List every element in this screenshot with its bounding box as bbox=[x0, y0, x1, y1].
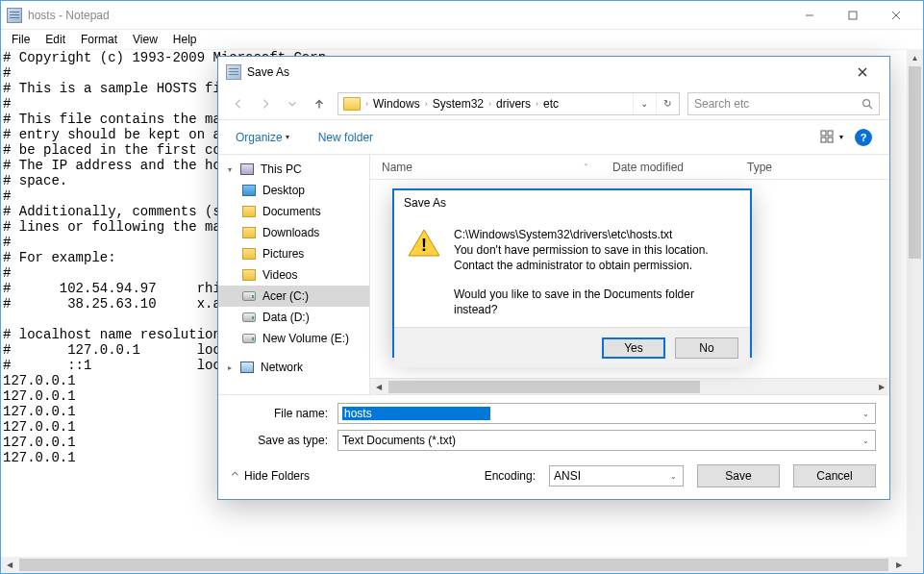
svg-rect-0 bbox=[849, 12, 857, 19]
filename-input[interactable]: ⌄ bbox=[337, 403, 876, 424]
no-button[interactable]: No bbox=[675, 337, 738, 359]
tree-videos[interactable]: Videos bbox=[218, 264, 369, 286]
minimize-button[interactable] bbox=[787, 2, 831, 29]
breadcrumb-item[interactable]: etc bbox=[540, 97, 562, 111]
tree-this-pc[interactable]: This PC bbox=[218, 159, 369, 180]
tree-documents[interactable]: Documents bbox=[218, 201, 369, 222]
svg-text:!: ! bbox=[421, 236, 427, 255]
chevron-right-icon[interactable]: › bbox=[425, 99, 428, 109]
refresh-button[interactable]: ↻ bbox=[656, 93, 677, 114]
notepad-icon bbox=[226, 64, 241, 80]
notepad-titlebar[interactable]: hosts - Notepad bbox=[1, 1, 923, 30]
folder-icon bbox=[343, 97, 361, 111]
savetype-select[interactable]: Text Documents (*.txt)⌄ bbox=[337, 430, 876, 451]
svg-rect-2 bbox=[821, 131, 826, 136]
menu-view[interactable]: View bbox=[126, 31, 164, 48]
yes-button[interactable]: Yes bbox=[602, 337, 665, 359]
close-button[interactable] bbox=[874, 2, 917, 29]
tree-desktop[interactable]: Desktop bbox=[218, 180, 369, 201]
svg-rect-3 bbox=[828, 131, 833, 136]
filename-label: File name: bbox=[232, 407, 337, 420]
notepad-title: hosts - Notepad bbox=[28, 9, 787, 22]
forward-button[interactable] bbox=[255, 93, 276, 114]
breadcrumb-item[interactable]: System32 bbox=[430, 97, 487, 111]
saveas-navbar: › Windows › System32 › drivers › etc ⌄ ↻… bbox=[218, 87, 889, 120]
file-list-hscroll[interactable]: ◀ ▶ bbox=[370, 378, 889, 394]
up-button[interactable] bbox=[309, 93, 330, 114]
address-dropdown[interactable]: ⌄ bbox=[633, 93, 654, 114]
chevron-right-icon[interactable]: › bbox=[365, 99, 368, 109]
tree-downloads[interactable]: Downloads bbox=[218, 222, 369, 243]
notepad-menubar: File Edit Format View Help bbox=[1, 30, 923, 49]
organize-button[interactable]: Organize▾ bbox=[236, 131, 289, 144]
saveas-titlebar[interactable]: Save As bbox=[218, 57, 889, 87]
scroll-corner bbox=[907, 557, 923, 573]
saveas-title: Save As bbox=[247, 65, 843, 79]
scroll-thumb[interactable] bbox=[388, 381, 700, 393]
svg-point-1 bbox=[863, 99, 870, 106]
close-button[interactable] bbox=[843, 62, 882, 82]
saveas-form: File name: ⌄ Save as type: Text Document… bbox=[218, 394, 889, 499]
permission-question: Would you like to save in the Documents … bbox=[454, 287, 737, 317]
tree-drive-c[interactable]: Acer (C:) bbox=[218, 286, 369, 307]
recent-dropdown[interactable] bbox=[282, 93, 303, 114]
scroll-right-icon[interactable]: ▶ bbox=[873, 379, 889, 395]
permission-line2: Contact the administrator to obtain perm… bbox=[454, 258, 737, 273]
menu-edit[interactable]: Edit bbox=[38, 31, 72, 48]
hide-folders-button[interactable]: Hide Folders bbox=[232, 469, 310, 483]
tree-pictures[interactable]: Pictures bbox=[218, 243, 369, 264]
svg-rect-4 bbox=[821, 137, 826, 142]
svg-rect-5 bbox=[828, 137, 833, 142]
tree-drive-e[interactable]: New Volume (E:) bbox=[218, 328, 369, 349]
scroll-left-icon[interactable]: ◀ bbox=[370, 379, 387, 395]
scroll-left-icon[interactable]: ◀ bbox=[1, 557, 17, 573]
search-placeholder: Search etc bbox=[694, 97, 749, 111]
saveas-toolbar: Organize▾ New folder ▾ ? bbox=[218, 120, 889, 155]
menu-format[interactable]: Format bbox=[74, 31, 124, 48]
scroll-thumb[interactable] bbox=[19, 559, 888, 571]
permission-dialog: Save As ! C:\Windows\System32\drivers\et… bbox=[392, 188, 752, 358]
vertical-scrollbar[interactable]: ▲ bbox=[907, 50, 923, 557]
column-date[interactable]: Date modified bbox=[601, 161, 736, 174]
breadcrumb-item[interactable]: drivers bbox=[493, 97, 534, 111]
address-bar[interactable]: › Windows › System32 › drivers › etc ⌄ ↻ bbox=[337, 92, 680, 115]
breadcrumb-item[interactable]: Windows bbox=[370, 97, 423, 111]
encoding-select[interactable]: ANSI⌄ bbox=[549, 465, 684, 487]
chevron-right-icon[interactable]: › bbox=[488, 99, 491, 109]
permission-path: C:\Windows\System32\drivers\etc\hosts.tx… bbox=[454, 227, 737, 242]
scroll-thumb[interactable] bbox=[909, 66, 921, 259]
tree-network[interactable]: Network bbox=[218, 357, 369, 378]
folder-tree: This PC Desktop Documents Downloads Pict… bbox=[218, 155, 370, 394]
search-icon bbox=[862, 98, 873, 110]
cancel-button[interactable]: Cancel bbox=[793, 464, 876, 487]
file-list-header[interactable]: Name⌃ Date modified Type bbox=[370, 155, 889, 180]
chevron-right-icon[interactable]: › bbox=[536, 99, 538, 109]
scroll-up-icon[interactable]: ▲ bbox=[907, 50, 923, 66]
new-folder-button[interactable]: New folder bbox=[318, 131, 373, 144]
search-input[interactable]: Search etc bbox=[687, 92, 880, 115]
menu-file[interactable]: File bbox=[5, 31, 37, 48]
help-button[interactable]: ? bbox=[855, 129, 872, 146]
maximize-button[interactable] bbox=[831, 2, 874, 29]
permission-message: C:\Windows\System32\drivers\etc\hosts.tx… bbox=[454, 227, 737, 317]
notepad-icon bbox=[7, 8, 22, 23]
scroll-right-icon[interactable]: ▶ bbox=[890, 557, 907, 573]
warning-icon: ! bbox=[408, 229, 440, 258]
savetype-label: Save as type: bbox=[232, 434, 337, 447]
permission-dialog-title[interactable]: Save As bbox=[394, 190, 750, 215]
tree-drive-d[interactable]: Data (D:) bbox=[218, 307, 369, 328]
view-options-button[interactable]: ▾ bbox=[820, 130, 843, 145]
column-name[interactable]: Name bbox=[382, 161, 412, 174]
back-button[interactable] bbox=[228, 93, 249, 114]
menu-help[interactable]: Help bbox=[166, 31, 204, 48]
save-button[interactable]: Save bbox=[697, 464, 780, 487]
column-type[interactable]: Type bbox=[736, 161, 784, 174]
encoding-label: Encoding: bbox=[485, 469, 536, 483]
horizontal-scrollbar[interactable]: ◀ ▶ bbox=[1, 557, 907, 573]
permission-line1: You don't have permission to save in thi… bbox=[454, 242, 737, 258]
